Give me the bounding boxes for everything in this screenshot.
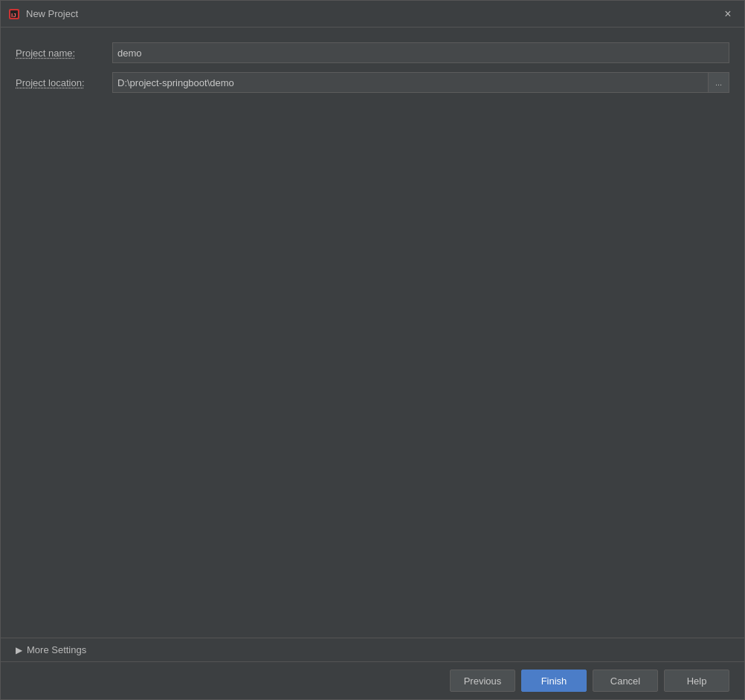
project-name-row: Project name: bbox=[16, 42, 729, 63]
project-location-label: Project location: bbox=[16, 77, 112, 88]
window-title: New Project bbox=[26, 8, 78, 19]
dialog-content: Project name: Project location: ... bbox=[1, 27, 744, 638]
finish-button[interactable]: Finish bbox=[521, 670, 587, 692]
project-location-row: Project location: ... bbox=[16, 72, 729, 93]
more-settings-bar[interactable]: ▶ More Settings bbox=[1, 638, 744, 661]
previous-button[interactable]: Previous bbox=[450, 670, 515, 692]
cancel-button[interactable]: Cancel bbox=[593, 670, 658, 692]
project-location-input[interactable] bbox=[112, 72, 709, 93]
project-name-input[interactable] bbox=[112, 42, 729, 63]
help-button[interactable]: Help bbox=[664, 670, 729, 692]
new-project-dialog: IJ New Project × Project name: Project l… bbox=[0, 0, 745, 700]
title-bar-left: IJ New Project bbox=[8, 8, 78, 20]
project-name-label: Project name: bbox=[16, 48, 112, 59]
browse-button[interactable]: ... bbox=[709, 72, 729, 93]
more-settings-arrow-icon: ▶ bbox=[16, 645, 22, 655]
button-bar: Previous Finish Cancel Help bbox=[1, 661, 744, 699]
content-spacer bbox=[16, 102, 729, 630]
title-bar: IJ New Project × bbox=[1, 1, 744, 27]
more-settings-label[interactable]: More Settings bbox=[27, 644, 86, 655]
close-button[interactable]: × bbox=[719, 5, 737, 23]
svg-text:IJ: IJ bbox=[11, 12, 16, 19]
app-icon: IJ bbox=[8, 8, 20, 20]
